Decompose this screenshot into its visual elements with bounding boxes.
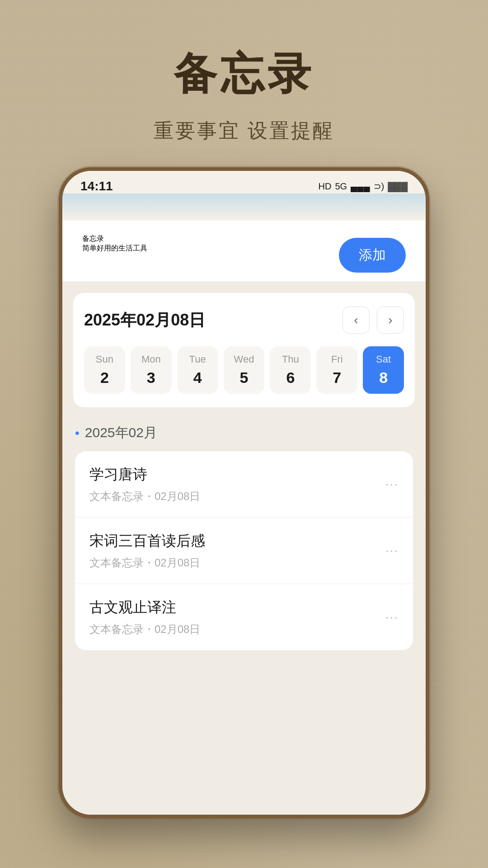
- calendar-nav: ‹ ›: [343, 307, 404, 334]
- week-days: Sun2Mon3Tue4Wed5Thu6Fri7Sat8: [84, 346, 404, 394]
- day-cell-5[interactable]: Wed5: [224, 346, 265, 394]
- note-more-button-0[interactable]: ···: [385, 477, 399, 491]
- phone-frame: 14:11 HD 5G ▄▄▄ ⊃) ▓▓▓ 备忘录 简单好用的生活工具 添加 …: [59, 167, 429, 818]
- day-num-1: 3: [147, 369, 155, 387]
- day-name-6: Sat: [376, 354, 391, 365]
- signal-bars-icon: ▄▄▄: [351, 181, 370, 192]
- app-header: 备忘录 简单好用的生活工具 添加: [62, 221, 426, 282]
- note-more-button-1[interactable]: ···: [385, 543, 399, 558]
- note-meta-1: 文本备忘录・02月08日: [89, 556, 205, 570]
- app-content: 备忘录 简单好用的生活工具 添加 2025年02月08日 ‹ › Sun2Mon…: [62, 221, 426, 818]
- note-title-2: 古文观止译注: [89, 598, 200, 618]
- signal-5g-icon: 5G: [335, 181, 347, 192]
- hd-icon: HD: [318, 181, 331, 192]
- note-title-1: 宋词三百首读后感: [89, 531, 205, 551]
- calendar-header: 2025年02月08日 ‹ ›: [84, 307, 404, 334]
- calendar-title: 2025年02月08日: [84, 309, 205, 331]
- page-subtitle: 重要事宜 设置提醒: [0, 118, 488, 144]
- day-cell-2[interactable]: Sun2: [84, 346, 125, 394]
- note-item-inner-0: 学习唐诗文本备忘录・02月08日···: [89, 465, 399, 504]
- note-item-2[interactable]: 古文观止译注文本备忘录・02月08日···: [75, 584, 413, 650]
- header-left: 备忘录 简单好用的生活工具: [82, 234, 147, 253]
- add-button[interactable]: 添加: [339, 238, 406, 273]
- note-content-0: 学习唐诗文本备忘录・02月08日: [89, 465, 200, 504]
- notes-month-label: 2025年02月: [75, 424, 413, 442]
- day-num-2: 4: [193, 369, 202, 387]
- day-cell-3[interactable]: Mon3: [131, 346, 172, 394]
- day-name-2: Tue: [189, 354, 206, 365]
- day-num-4: 6: [286, 369, 295, 387]
- notes-section: 2025年02月 学习唐诗文本备忘录・02月08日···宋词三百首读后感文本备忘…: [62, 407, 426, 650]
- day-num-3: 5: [240, 369, 249, 387]
- top-gradient-decoration: [62, 193, 426, 221]
- note-meta-2: 文本备忘录・02月08日: [89, 622, 200, 637]
- day-cell-8[interactable]: Sat8: [363, 346, 404, 394]
- status-icons: HD 5G ▄▄▄ ⊃) ▓▓▓: [318, 181, 408, 192]
- wifi-icon: ⊃): [374, 181, 385, 192]
- day-num-6: 8: [379, 369, 388, 387]
- note-item-inner-2: 古文观止译注文本备忘录・02月08日···: [89, 598, 399, 637]
- note-title-0: 学习唐诗: [89, 465, 200, 485]
- page-title: 备忘录: [0, 0, 488, 104]
- note-content-1: 宋词三百首读后感文本备忘录・02月08日: [89, 531, 205, 570]
- day-num-5: 7: [333, 369, 341, 387]
- battery-icon: ▓▓▓: [388, 181, 408, 192]
- calendar-section: 2025年02月08日 ‹ › Sun2Mon3Tue4Wed5Thu6Fri7…: [73, 293, 415, 407]
- day-name-3: Wed: [234, 354, 254, 365]
- notes-list: 学习唐诗文本备忘录・02月08日···宋词三百首读后感文本备忘录・02月08日·…: [75, 451, 413, 650]
- note-more-button-2[interactable]: ···: [385, 610, 399, 624]
- day-cell-7[interactable]: Fri7: [316, 346, 357, 394]
- day-name-5: Fri: [331, 354, 343, 365]
- day-num-0: 2: [100, 369, 109, 387]
- note-item-0[interactable]: 学习唐诗文本备忘录・02月08日···: [75, 451, 413, 518]
- calendar-prev-button[interactable]: ‹: [343, 307, 370, 334]
- app-name: 备忘录: [82, 234, 147, 244]
- note-item-1[interactable]: 宋词三百首读后感文本备忘录・02月08日···: [75, 518, 413, 584]
- note-content-2: 古文观止译注文本备忘录・02月08日: [89, 598, 200, 637]
- day-name-4: Thu: [282, 354, 299, 365]
- day-name-0: Sun: [96, 354, 113, 365]
- day-cell-4[interactable]: Tue4: [177, 346, 218, 394]
- calendar-next-button[interactable]: ›: [377, 307, 404, 334]
- day-cell-6[interactable]: Thu6: [270, 346, 311, 394]
- note-item-inner-1: 宋词三百首读后感文本备忘录・02月08日···: [89, 531, 399, 570]
- app-description: 简单好用的生活工具: [82, 244, 147, 253]
- status-time: 14:11: [80, 179, 113, 193]
- note-meta-0: 文本备忘录・02月08日: [89, 489, 200, 504]
- day-name-1: Mon: [141, 354, 161, 365]
